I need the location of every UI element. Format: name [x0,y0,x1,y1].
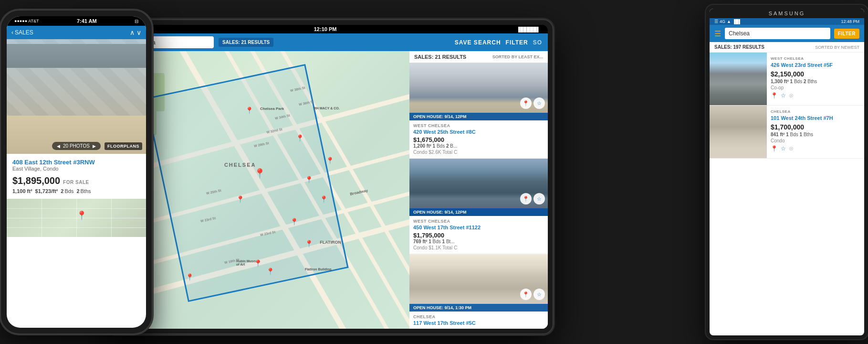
android-results-count: SALES: 197 RESULTS [714,44,764,50]
listing-info: 408 East 12th Street #3RNW East Village,… [7,154,146,199]
android-sort-label: SORTED BY NEWEST [815,45,859,50]
android-save-icon[interactable]: ☆ [781,145,786,152]
card-address[interactable]: 450 West 17th Street #1122 [413,225,544,230]
android-remove-icon[interactable]: ⊗ [789,92,794,99]
bds-text: Bds [437,143,446,149]
listing-card-photo: 📍 ☆ OPEN HOUSE: 9/14, 1:30 PM [409,254,548,312]
location-pin-button[interactable]: 📍 [520,97,532,109]
location-pin-button[interactable]: 📍 [520,289,532,300]
card-sqft: 769 ft² [413,239,427,244]
listing-details: 1,100 ft² $1,723/ft² 2 Bds 2 Bths [12,188,140,194]
iphone-device: ●●●●● AT&T 7:41 AM ⊟ ‹ SALES ∧ ∨ ◀ 20 PH… [0,10,153,334]
listing-card-photo: 📍 ☆ OPEN HOUSE: 9/14, 12PM [409,63,548,120]
android-specs: 1,300 ft² 1 Bds 2 Bths [771,79,860,84]
action-icons: 📍 ☆ [520,193,545,204]
back-button[interactable]: ‹ SALES [11,29,33,36]
listing-for-sale-label: FOR SALE [63,180,89,185]
android-address[interactable]: 101 West 24th Street #7H [771,115,860,121]
map-pin-10[interactable]: 📍 [266,268,274,275]
save-search-button[interactable]: SAVE SEARCH [455,39,501,46]
map-pin-selected[interactable]: 📍 [254,168,266,179]
listings-sort-label: SORTED BY LEAST EX... [492,54,543,59]
ipad-map[interactable]: Hudson River ParkPier 66A Hudson River P… [111,51,409,329]
listing-address-secondary: East Village, Condo [12,166,140,172]
map-pin-6[interactable]: 📍 [236,195,244,203]
baths-detail: 2 Bths [76,188,91,194]
card-baths: 2 [446,143,449,149]
action-icons: 📍 ☆ [520,97,545,109]
map-pin-3[interactable]: 📍 [326,157,334,164]
photo-next-icon[interactable]: ▶ [93,144,96,149]
android-listings: WEST CHELSEA 426 West 23rd Street #5F $2… [710,53,864,335]
bths-text: B... [450,143,457,149]
android-pin-icon[interactable]: 📍 [771,92,778,99]
price-per-sqft-value: $1,723/ft² [35,188,58,194]
map-pin-5[interactable]: 📍 [320,195,328,203]
photo-count-badge[interactable]: ◀ 20 PHOTOS ▶ [52,142,101,150]
android-listing-card[interactable]: CHELSEA 101 West 24th Street #7H $1,700,… [710,106,864,159]
android-pin-icon[interactable]: 📍 [771,145,778,152]
android-filter-button[interactable]: FILTER [834,29,859,39]
map-pin-7[interactable]: 📍 [290,218,298,226]
location-pin-button[interactable]: 📍 [520,193,532,204]
ipad-toolbar: ☰ Chelsea SALES: 21 RESULTS SAVE SEARCH … [111,33,548,51]
listing-card[interactable]: 📍 ☆ OPEN HOUSE: 9/14, 1:30 PM CHELSEA 11… [409,254,548,329]
baths-value: 2 [76,188,79,194]
android-signal-icon: ☰ [714,19,718,24]
map-pin-8[interactable]: 📍 [305,240,313,247]
map-label-flatiron: FLATIRON [320,240,341,245]
iphone-battery: ⊟ [135,19,138,24]
filter-button[interactable]: FILTER [506,39,528,46]
nav-up-icon[interactable]: ∧ [130,29,135,36]
iphone-map-strip[interactable]: 📍 [7,199,146,237]
open-house-badge: OPEN HOUSE: 9/14, 12PM [409,208,548,216]
map-pin-9[interactable]: 📍 [254,259,262,267]
nav-down-icon[interactable]: ∨ [136,29,141,36]
listing-card[interactable]: 📍 ☆ OPEN HOUSE: 9/14, 12PM WEST CHELSEA … [409,63,548,158]
listings-header: SALES: 21 RESULTS SORTED BY LEAST EX... [409,51,548,63]
android-status-bar: ☰ 4G ▲ ▐█▌ 12:48 PM [710,18,864,25]
map-pin-2[interactable]: 📍 [296,134,304,142]
save-button[interactable]: ☆ [533,289,545,300]
android-search-input[interactable]: Chelsea [725,28,830,39]
card-price: $1,795,000 [413,232,544,239]
android-menu-icon[interactable]: ☰ [714,29,721,38]
android-toolbar: ☰ Chelsea FILTER [710,25,864,42]
card-type: Condo $1.1K Total C [413,245,544,250]
listing-card-info: WEST CHELSEA 420 West 25th Street #8C $1… [409,120,548,158]
card-beds: 1 [429,239,431,244]
listing-price: $1,895,000 [12,175,60,186]
listing-card[interactable]: 📍 ☆ OPEN HOUSE: 9/14, 12PM WEST CHELSEA … [409,159,548,253]
ipad-listings-panel: SALES: 21 RESULTS SORTED BY LEAST EX... … [409,51,548,329]
sort-button[interactable]: SO [533,39,542,46]
save-button[interactable]: ☆ [533,97,545,109]
photo-prev-icon[interactable]: ◀ [57,144,60,149]
floorplan-badge[interactable]: FLOORPLANS [105,142,142,150]
map-pin-primary[interactable]: 📍 [76,210,87,221]
android-4g-icon: 4G [720,19,725,24]
android-type: Co-op [771,85,860,90]
card-address[interactable]: 117 West 17th Street #5C [413,320,544,326]
android-type: Condo [771,138,860,143]
card-specs: 769 ft² 1 Bds 1 Bt... [413,239,544,244]
android-neighborhood: WEST CHELSEA [771,56,860,61]
android-address[interactable]: 426 West 23rd Street #5F [771,62,860,68]
card-sqft: 1,200 ft² [413,143,431,149]
save-button[interactable]: ☆ [533,193,545,204]
map-pin-11[interactable]: 📍 [186,273,194,281]
android-listing-card[interactable]: WEST CHELSEA 426 West 23rd Street #5F $2… [710,53,864,106]
map-pin-1[interactable]: 📍 [245,107,253,114]
map-pin-4[interactable]: 📍 [305,176,313,183]
listing-card-photo: 📍 ☆ OPEN HOUSE: 9/14, 12PM [409,159,548,216]
map-label-flatiron-bldg: Flatiron Building [305,268,332,271]
card-type: Condo $2.6K Total C [413,150,544,155]
android-remove-icon[interactable]: ⊗ [789,145,794,152]
ipad-body: Hudson River ParkPier 66A Hudson River P… [111,51,548,329]
card-neighborhood: CHELSEA [413,314,544,319]
android-status-icons: ☰ 4G ▲ ▐█▌ [714,19,742,24]
listing-address-primary: 408 East 12th Street #3RNW [12,159,140,166]
android-save-icon[interactable]: ☆ [781,92,786,99]
map-label-chelseapark: Chelsea Park [260,107,284,111]
card-address[interactable]: 420 West 25th Street #8C [413,129,544,135]
ipad-time: 12:10 PM [314,26,337,32]
